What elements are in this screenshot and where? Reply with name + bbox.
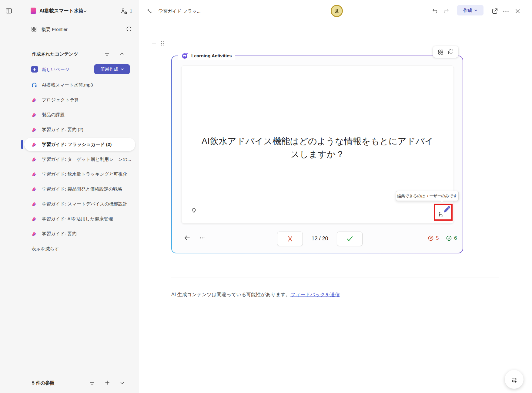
apps-grid-icon[interactable]	[437, 49, 444, 55]
x-icon	[286, 235, 294, 242]
list-item-label: 学習ガイド: 要約	[42, 231, 76, 237]
avatar[interactable]	[331, 5, 343, 17]
list-item-label: AI搭載スマート水筒.mp3	[42, 82, 93, 88]
loop-page-icon	[31, 156, 37, 162]
list-item-page[interactable]: 学習ガイド: 飲水量トラッキングと可視化	[24, 168, 135, 181]
check-icon	[346, 235, 354, 243]
loop-page-icon	[31, 186, 37, 192]
undo-icon[interactable]	[432, 8, 438, 15]
list-item-label: 学習ガイド: 要約 (2)	[42, 127, 83, 133]
widget-toolbar	[433, 46, 458, 58]
content-list: AI搭載スマート水筒.mp3 プロジェクト予算	[24, 78, 135, 240]
sidebar-divider	[21, 371, 135, 371]
quick-create-label: 簡易作成	[100, 66, 119, 72]
loop-page-icon	[31, 141, 37, 147]
mark-correct-button[interactable]	[337, 232, 363, 246]
chevron-down-icon	[474, 9, 477, 12]
list-item-page-selected[interactable]: 学習ガイド: フラッシュカード (2)	[24, 138, 135, 151]
new-page-button[interactable]: 新しいページ	[42, 67, 69, 73]
share-icon[interactable]	[491, 8, 498, 15]
add-page-icon[interactable]	[31, 66, 38, 73]
widget-legend: Learning Activities	[178, 51, 235, 60]
expand-page-icon[interactable]	[146, 8, 153, 15]
learning-activities-icon	[181, 52, 189, 59]
grid-icon	[31, 26, 37, 32]
list-item-label: プロジェクト予算	[42, 97, 79, 103]
list-item-label: 学習ガイド: 製品開発と価格設定の戦略	[42, 186, 122, 192]
wrong-count: 5	[436, 235, 439, 241]
copy-component-icon[interactable]	[447, 49, 454, 55]
list-item-label: 製品の課題	[42, 112, 65, 118]
loop-page-icon	[31, 171, 37, 177]
insert-block-icon[interactable]	[151, 40, 157, 46]
headphones-icon	[31, 82, 37, 88]
list-item-page[interactable]: 学習ガイド: 製品開発と価格設定の戦略	[24, 182, 135, 196]
circle-x-icon	[428, 235, 434, 241]
close-icon[interactable]	[514, 8, 521, 14]
loop-page-icon	[31, 127, 37, 133]
ai-disclaimer-text: AI 生成コンテンツは間違っている可能性があります。	[171, 292, 290, 297]
hand-cursor-icon	[437, 211, 444, 219]
previous-card-icon[interactable]	[184, 234, 191, 241]
workspace-notebook-icon	[31, 8, 36, 14]
create-button-label: 作成	[463, 8, 472, 13]
quick-create-button[interactable]: 簡易作成	[94, 64, 130, 74]
refresh-icon[interactable]	[125, 25, 132, 32]
list-item-label: 学習ガイド: ターゲット層と利用シーンの...	[42, 157, 131, 162]
chevron-down-icon[interactable]	[120, 381, 124, 385]
content-divider	[171, 277, 499, 277]
chevron-down-icon[interactable]	[83, 10, 87, 13]
filter-icon[interactable]	[104, 52, 110, 57]
member-count: 1	[130, 8, 132, 13]
page-title: 学習ガイド フラッ...	[159, 8, 201, 14]
ai-disclaimer: AI 生成コンテンツは間違っている可能性があります。フィードバックを送信	[171, 291, 340, 298]
flashcard-question: AI飲水アドバイス機能はどのような情報をもとにアドバイ スしますか？	[182, 135, 453, 161]
list-item-page[interactable]: プロジェクト予算	[24, 93, 135, 107]
more-options-icon[interactable]	[503, 8, 509, 14]
highlight-red-box	[434, 204, 453, 221]
list-item-label: 学習ガイド: フラッシュカード (2)	[42, 142, 112, 147]
list-item-label: 学習ガイド: 飲水量トラッキングと可視化	[42, 171, 127, 177]
add-reference-icon[interactable]	[105, 380, 110, 385]
sidebar-item-overview[interactable]: 概要 Frontier	[42, 27, 68, 32]
sidebar: AI搭載スマート水筒 1 概要 Frontier 作成されたコンテン	[0, 0, 139, 393]
drag-handle-icon[interactable]	[160, 41, 165, 46]
sidebar-toggle-icon[interactable]	[5, 7, 12, 15]
redo-icon[interactable]	[443, 8, 450, 15]
people-add-icon[interactable]	[120, 7, 128, 15]
chevron-down-icon	[121, 68, 124, 70]
app-window: AI搭載スマート水筒 1 概要 Frontier 作成されたコンテン	[0, 0, 532, 393]
show-less-button[interactable]: 表示を減らす	[32, 246, 59, 252]
list-item-page[interactable]: 学習ガイド: スマートデバイスの機能設計	[24, 197, 135, 211]
copilot-fab-button[interactable]	[505, 370, 524, 389]
edit-permission-tooltip: 編集できるのはユーザーのみです	[396, 191, 459, 201]
list-item-label: 学習ガイド: スマートデバイスの機能設計	[42, 201, 127, 207]
list-item-page[interactable]: 学習ガイド: 要約	[24, 227, 135, 240]
path-sparkle-icon	[510, 375, 518, 384]
circle-check-icon	[446, 235, 452, 241]
chevron-up-icon[interactable]	[120, 52, 124, 55]
feedback-link[interactable]: フィードバックを送信	[290, 292, 340, 297]
card-more-options-icon[interactable]	[199, 236, 205, 239]
list-item-page[interactable]: 学習ガイド: 要約 (2)	[24, 123, 135, 136]
loop-page-icon	[31, 97, 37, 103]
loop-page-icon	[31, 112, 37, 118]
created-content-heading: 作成されたコンテンツ	[32, 51, 78, 57]
create-button[interactable]: 作成	[457, 5, 483, 15]
mark-wrong-button[interactable]	[277, 232, 303, 246]
references-count[interactable]: 5 件の参照	[32, 380, 55, 386]
correct-count: 6	[454, 235, 457, 241]
list-item-label: 学習ガイド: AIを活用した健康管理	[42, 216, 113, 222]
card-progress: 12 / 20	[303, 235, 337, 242]
filter-icon[interactable]	[89, 381, 95, 386]
loop-page-icon	[31, 201, 37, 207]
tooltip-text: 編集できるのはユーザーのみです	[397, 193, 457, 199]
list-item-page[interactable]: 学習ガイド: AIを活用した健康管理	[24, 212, 135, 225]
list-item-audio[interactable]: AI搭載スマート水筒.mp3	[24, 78, 135, 92]
question-line: スしますか？	[182, 148, 453, 161]
hint-lightbulb-icon[interactable]	[190, 207, 197, 214]
workspace-title[interactable]: AI搭載スマート水筒	[39, 8, 83, 14]
loop-page-icon	[31, 216, 37, 222]
list-item-page[interactable]: 製品の課題	[24, 108, 135, 121]
list-item-page[interactable]: 学習ガイド: ターゲット層と利用シーンの...	[24, 153, 135, 166]
